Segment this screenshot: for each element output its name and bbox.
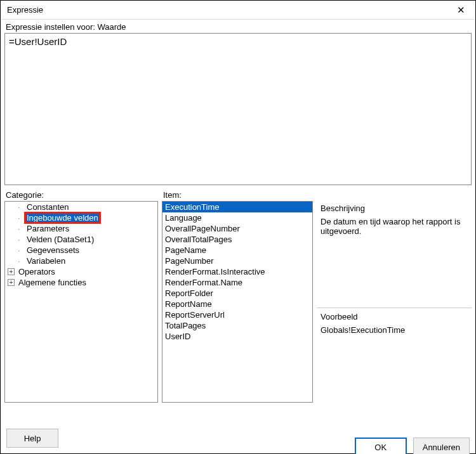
- category-item[interactable]: ·Parameters: [5, 223, 157, 234]
- list-item[interactable]: TotalPages: [162, 320, 312, 331]
- category-item-label: Velden (DataSet1): [25, 235, 95, 244]
- category-item[interactable]: +Algemene functies: [5, 277, 157, 288]
- tree-branch-icon: ·: [18, 224, 24, 233]
- description-panel: Beschrijving De datum en tijd waarop het…: [317, 189, 472, 403]
- expand-icon[interactable]: +: [8, 279, 15, 286]
- description-title: Beschrijving: [321, 204, 468, 213]
- expression-area: [4, 33, 472, 185]
- cancel-button[interactable]: Annuleren: [413, 438, 470, 454]
- tree-branch-icon: ·: [18, 202, 24, 212]
- window-title: Expressie: [7, 5, 43, 15]
- list-item[interactable]: ExecutionTime: [162, 202, 312, 212]
- expression-input[interactable]: [5, 34, 471, 185]
- category-item[interactable]: ·Ingebouwde velden: [5, 212, 157, 223]
- example-area: Voorbeeld Globals!ExecutionTime: [317, 308, 472, 403]
- description-top: Beschrijving De datum en tijd waarop het…: [317, 201, 472, 308]
- example-text: Globals!ExecutionTime: [321, 325, 468, 335]
- category-item[interactable]: ·Variabelen: [5, 256, 157, 266]
- list-item[interactable]: UserID: [162, 331, 312, 342]
- list-item[interactable]: PageNumber: [162, 256, 312, 266]
- tree-branch-icon: ·: [18, 256, 24, 266]
- category-item-label: Parameters: [25, 224, 70, 233]
- list-item[interactable]: OverallTotalPages: [162, 234, 312, 245]
- category-list[interactable]: ·Constanten·Ingebouwde velden·Parameters…: [4, 201, 158, 403]
- list-item[interactable]: PageName: [162, 245, 312, 256]
- tree-branch-icon: ·: [18, 235, 24, 244]
- category-label: Categorie:: [4, 189, 158, 201]
- ok-button[interactable]: OK: [355, 438, 407, 454]
- footer-right: OK Annuleren: [355, 438, 470, 454]
- close-icon: ✕: [457, 4, 465, 16]
- category-item-label: Algemene functies: [17, 278, 88, 287]
- list-item[interactable]: RenderFormat.Name: [162, 277, 312, 288]
- item-label: Item:: [162, 189, 313, 201]
- list-item[interactable]: Language: [162, 212, 312, 223]
- expand-icon[interactable]: +: [8, 268, 15, 275]
- tree-branch-icon: ·: [18, 245, 24, 255]
- category-item-label: Gegevenssets: [25, 245, 81, 255]
- panels: Categorie: ·Constanten·Ingebouwde velden…: [1, 189, 475, 403]
- footer: Help OK Annuleren: [0, 422, 476, 454]
- list-item[interactable]: ReportFolder: [162, 288, 312, 299]
- category-item[interactable]: +Operators: [5, 266, 157, 277]
- category-panel: Categorie: ·Constanten·Ingebouwde velden…: [4, 189, 158, 403]
- close-button[interactable]: ✕: [446, 1, 475, 20]
- tree-branch-icon: ·: [18, 213, 24, 223]
- subheader-label: Expressie instellen voor: Waarde: [1, 20, 475, 33]
- category-item-label: Variabelen: [25, 256, 67, 266]
- category-item[interactable]: ·Gegevenssets: [5, 245, 157, 256]
- description-empty-label: [317, 189, 472, 201]
- example-title: Voorbeeld: [321, 312, 468, 321]
- list-item[interactable]: ReportName: [162, 299, 312, 309]
- category-item-label: Operators: [17, 267, 56, 276]
- item-list[interactable]: ExecutionTimeLanguageOverallPageNumberOv…: [162, 201, 313, 403]
- category-item[interactable]: ·Velden (DataSet1): [5, 234, 157, 245]
- titlebar: Expressie ✕: [1, 1, 475, 20]
- list-item[interactable]: RenderFormat.IsInteractive: [162, 266, 312, 277]
- help-button[interactable]: Help: [6, 429, 58, 448]
- category-item-label: Constanten: [25, 202, 70, 212]
- category-item[interactable]: ·Constanten: [5, 202, 157, 212]
- category-item-label: Ingebouwde velden: [25, 213, 100, 223]
- item-panel: Item: ExecutionTimeLanguageOverallPageNu…: [162, 189, 313, 403]
- list-item[interactable]: OverallPageNumber: [162, 223, 312, 234]
- list-item[interactable]: ReportServerUrl: [162, 309, 312, 320]
- description-box: Beschrijving De datum en tijd waarop het…: [317, 201, 472, 403]
- description-text: De datum en tijd waarop het rapport is u…: [321, 217, 468, 236]
